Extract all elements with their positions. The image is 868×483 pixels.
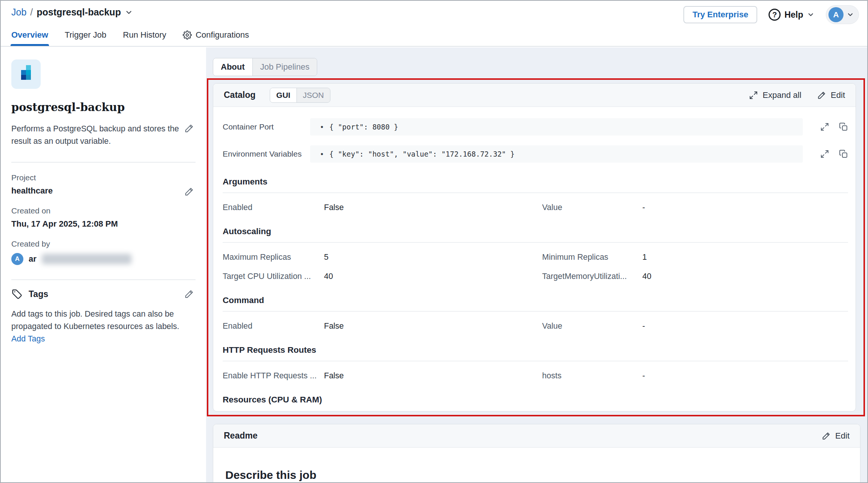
created-by-redacted bbox=[42, 254, 131, 264]
tab-job-pipelines[interactable]: Job Pipelines bbox=[252, 58, 317, 76]
breadcrumb-current-job: postgresql-backup bbox=[37, 7, 121, 18]
tab-trigger-job[interactable]: Trigger Job bbox=[65, 30, 106, 46]
section-title-command: Command bbox=[223, 296, 848, 305]
tags-title: Tags bbox=[29, 289, 48, 299]
catalog-body: Container Port • { "port": 8080 } bbox=[213, 107, 856, 405]
breadcrumb-separator: / bbox=[30, 7, 33, 18]
tab-overview[interactable]: Overview bbox=[11, 30, 48, 46]
toggle-gui[interactable]: GUI bbox=[270, 88, 296, 102]
kv-row: Maximum Replicas 5 Minimum Replicas 1 bbox=[223, 253, 848, 262]
sidebar-divider bbox=[11, 279, 196, 280]
section-title-http-requests-routes: HTTP Requests Routes bbox=[223, 345, 848, 355]
kv-row: Enabled False Value - bbox=[223, 321, 848, 331]
help-icon: ? bbox=[769, 9, 781, 21]
user-menu[interactable]: A bbox=[826, 5, 859, 24]
active-tab-underline bbox=[11, 44, 49, 46]
user-menu-chevron-down-icon bbox=[847, 11, 854, 18]
copy-icon[interactable] bbox=[839, 122, 848, 131]
section-divider bbox=[223, 361, 848, 361]
sidebar-divider bbox=[11, 162, 196, 163]
top-bar: Job / postgresql-backup Overview Trigger… bbox=[1, 1, 867, 47]
readme-body: Describe this job bbox=[213, 448, 860, 483]
readme-heading: Describe this job bbox=[225, 469, 848, 481]
add-tags-link[interactable]: Add Tags bbox=[11, 334, 45, 343]
job-sidebar: postgresql-backup Performs a PostgreSQL … bbox=[1, 47, 206, 482]
help-chevron-down-icon bbox=[807, 11, 815, 18]
expand-icon bbox=[749, 91, 758, 100]
pencil-icon bbox=[822, 431, 831, 440]
breadcrumb: Job / postgresql-backup bbox=[11, 7, 133, 18]
creator-name: ar bbox=[29, 254, 37, 264]
kv-row: Enable HTTP Requests ... False hosts - bbox=[223, 371, 848, 381]
page-tabs: Overview Trigger Job Run History Configu… bbox=[11, 24, 249, 46]
created-on-label: Created on bbox=[11, 206, 196, 215]
pencil-icon bbox=[817, 91, 826, 100]
section-title-arguments: Arguments bbox=[223, 177, 848, 187]
job-description: Performs a PostgreSQL backup and stores … bbox=[11, 123, 179, 148]
kv-row: Enabled False Value - bbox=[223, 203, 848, 212]
breadcrumb-job-link[interactable]: Job bbox=[11, 7, 26, 18]
container-port-row: Container Port • { "port": 8080 } bbox=[223, 118, 848, 136]
annotation-red-box: Catalog GUI JSON Expand all bbox=[207, 78, 865, 416]
catalog-header: Catalog GUI JSON Expand all bbox=[213, 84, 856, 107]
expand-row-icon[interactable] bbox=[820, 149, 829, 158]
readme-header: Readme Edit bbox=[213, 424, 860, 448]
toggle-json[interactable]: JSON bbox=[296, 88, 330, 102]
section-title-autoscaling: Autoscaling bbox=[223, 227, 848, 236]
gui-json-toggle: GUI JSON bbox=[270, 88, 330, 103]
section-divider bbox=[223, 311, 848, 312]
user-avatar: A bbox=[828, 7, 844, 22]
tab-run-history[interactable]: Run History bbox=[123, 30, 166, 46]
environment-variables-row: Environment Variables • { "key": "host",… bbox=[223, 145, 848, 163]
app-window: Job / postgresql-backup Overview Trigger… bbox=[0, 0, 868, 483]
edit-description-pencil-icon[interactable] bbox=[184, 123, 194, 133]
catalog-panel: Catalog GUI JSON Expand all bbox=[213, 83, 856, 411]
readme-title: Readme bbox=[224, 431, 257, 441]
job-title: postgresql-backup bbox=[11, 101, 196, 114]
main-content: About Job Pipelines Catalog GUI JSON bbox=[206, 47, 867, 482]
help-menu[interactable]: ? Help bbox=[769, 9, 815, 21]
section-divider bbox=[223, 242, 848, 243]
created-on-value: Thu, 17 Apr 2025, 12:08 PM bbox=[11, 219, 196, 229]
catalog-edit-button[interactable]: Edit bbox=[817, 90, 845, 100]
section-title-resources: Resources (CPU & RAM) bbox=[223, 395, 848, 405]
tab-configurations[interactable]: Configurations bbox=[183, 30, 249, 46]
creator-avatar: A bbox=[11, 253, 23, 265]
readme-edit-button[interactable]: Edit bbox=[822, 431, 850, 441]
created-by-label: Created by bbox=[11, 239, 196, 248]
readme-panel: Readme Edit Describe this job bbox=[213, 424, 860, 483]
environment-variables-code: • { "key": "host", "value": "172.168.72.… bbox=[310, 145, 803, 163]
container-port-code: • { "port": 8080 } bbox=[310, 118, 803, 136]
try-enterprise-button[interactable]: Try Enterprise bbox=[683, 6, 757, 23]
section-divider bbox=[223, 192, 848, 193]
job-logo-icon bbox=[11, 59, 41, 89]
about-pipelines-toggle: About Job Pipelines bbox=[213, 58, 317, 76]
edit-tags-pencil-icon[interactable] bbox=[184, 289, 194, 299]
tab-about[interactable]: About bbox=[213, 58, 252, 76]
top-bar-actions: Try Enterprise ? Help A bbox=[683, 5, 859, 24]
tags-description: Add tags to this job. Desired tags can a… bbox=[11, 308, 186, 345]
tag-icon bbox=[11, 288, 23, 300]
job-switcher-chevron-down-icon[interactable] bbox=[125, 8, 133, 17]
project-value: healthcare bbox=[11, 186, 196, 196]
expand-row-icon[interactable] bbox=[820, 122, 829, 131]
kv-row: Target CPU Utilization ... 40 TargetMemo… bbox=[223, 272, 848, 281]
copy-icon[interactable] bbox=[839, 149, 848, 158]
project-label: Project bbox=[11, 173, 196, 182]
catalog-title: Catalog bbox=[224, 90, 255, 100]
expand-all-button[interactable]: Expand all bbox=[749, 90, 801, 100]
gear-icon bbox=[183, 30, 192, 40]
edit-project-pencil-icon[interactable] bbox=[184, 187, 194, 197]
